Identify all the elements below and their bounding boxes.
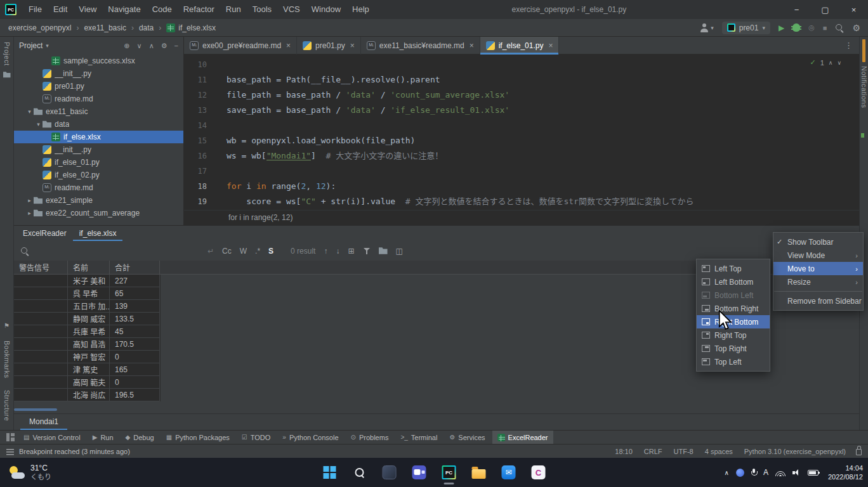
- menu-edit[interactable]: Edit: [48, 0, 73, 19]
- minimize-button[interactable]: −: [782, 0, 811, 19]
- taskbar-icon-search[interactable]: [347, 460, 372, 485]
- coverage-button[interactable]: ◎: [808, 23, 815, 32]
- search-option-highlight[interactable]: S: [268, 247, 273, 256]
- menu-code[interactable]: Code: [147, 0, 178, 19]
- toolwindow-tab-excelreader[interactable]: ExcelReader: [16, 226, 73, 241]
- hide-panel-icon[interactable]: −: [174, 42, 178, 50]
- panel-settings-icon[interactable]: ⚙: [161, 42, 168, 50]
- table-row[interactable]: 津 篤史165: [14, 363, 161, 376]
- tree-toggle-icon[interactable]: ▾: [25, 108, 34, 115]
- line-number[interactable]: 11: [184, 72, 207, 88]
- line-number[interactable]: 18: [184, 179, 207, 194]
- editor-tab-if-else-01-py[interactable]: if_else_01.py×: [480, 37, 560, 55]
- locate-file-icon[interactable]: ⊕: [124, 42, 129, 50]
- status-caret-position[interactable]: 18:10: [615, 448, 633, 455]
- tree-item-sample-success-xlsx[interactable]: sample_success.xlsx: [14, 55, 183, 67]
- battery-icon[interactable]: [808, 470, 819, 476]
- breadcrumb-item-exercise-openpyxl[interactable]: exercise_openpyxl: [5, 22, 74, 34]
- toolbar-button-run[interactable]: ▶Run: [88, 431, 119, 445]
- toolwindow-tab-if-else-xlsx[interactable]: if_else.xlsx: [73, 226, 123, 241]
- line-number[interactable]: 12: [184, 88, 207, 103]
- line-number[interactable]: 13: [184, 103, 207, 118]
- volume-icon[interactable]: [792, 469, 801, 476]
- tree-item-data[interactable]: ▾data: [14, 118, 183, 131]
- ime-indicator[interactable]: A: [763, 468, 768, 477]
- line-number[interactable]: 14: [184, 118, 207, 133]
- menu-vcs[interactable]: VCS: [277, 0, 306, 19]
- taskbar-clock[interactable]: 14:04 2022/08/12: [828, 464, 863, 482]
- close-tab-icon[interactable]: ×: [470, 41, 474, 50]
- search-option-regex[interactable]: .*: [255, 247, 260, 256]
- microphone-icon[interactable]: [751, 469, 756, 477]
- close-button[interactable]: ×: [839, 0, 868, 19]
- close-tab-icon[interactable]: ×: [350, 41, 355, 50]
- context-menu-item-resize[interactable]: Resize›: [773, 275, 863, 289]
- hidden-icons-chevron[interactable]: ∧: [725, 469, 729, 476]
- breadcrumb-item-data[interactable]: data: [136, 22, 157, 34]
- submenu-item-left-top[interactable]: Left Top: [697, 262, 770, 275]
- toolbar-button-debug[interactable]: ◆Debug: [121, 431, 159, 445]
- submenu-item-top-left[interactable]: Top Left: [697, 355, 770, 368]
- tree-item-readme-md[interactable]: readme.md: [14, 93, 183, 105]
- context-menu-item-remove-from-sidebar[interactable]: Remove from Sidebar: [773, 294, 863, 308]
- menu-view[interactable]: View: [73, 0, 102, 19]
- tree-item-if-else-01-py[interactable]: if_else_01.py: [14, 156, 183, 169]
- menu-tools[interactable]: Tools: [247, 0, 277, 19]
- context-menu-item-move-to[interactable]: Move to›: [773, 262, 863, 275]
- code-editor[interactable]: 1011base_path = Path(__file__).resolve()…: [184, 55, 859, 210]
- run-button[interactable]: ▶: [779, 23, 784, 32]
- stop-button[interactable]: ■: [823, 24, 827, 32]
- toolbar-button-version-control[interactable]: ▤Version Control: [18, 431, 86, 445]
- breadcrumb-item-exe11-basic[interactable]: exe11_basic: [81, 22, 129, 34]
- submenu-item-right-top[interactable]: Right Top: [697, 328, 770, 342]
- tree-item-init-py[interactable]: __init__.py: [14, 67, 183, 80]
- expand-all-icon[interactable]: ∨: [137, 42, 142, 50]
- toolwindow-switcher-icon[interactable]: [6, 433, 15, 441]
- search-option-words[interactable]: W: [240, 247, 247, 256]
- taskbar-icon-start[interactable]: [317, 460, 343, 485]
- line-number[interactable]: 19: [184, 194, 207, 209]
- filter-icon[interactable]: [363, 247, 371, 255]
- menu-refactor[interactable]: Refactor: [178, 0, 220, 19]
- bookmarks-stripe-button[interactable]: Bookmarks: [3, 341, 11, 379]
- collaboration-button[interactable]: ▾: [700, 23, 714, 32]
- close-tab-icon[interactable]: ×: [286, 41, 291, 50]
- menu-file[interactable]: File: [23, 0, 48, 19]
- editor-tab-pre01-py[interactable]: pre01.py×: [297, 37, 361, 55]
- status-line-separator[interactable]: CRLF: [644, 448, 662, 455]
- tree-toggle-icon[interactable]: ▾: [34, 121, 43, 127]
- table-row[interactable]: 神戸 智宏0: [14, 351, 161, 363]
- taskbar-icon-widgets[interactable]: [377, 460, 402, 485]
- structure-stripe-button[interactable]: Structure: [3, 390, 11, 421]
- column-header-1[interactable]: 名前: [68, 261, 110, 274]
- split-panel-icon[interactable]: ◫: [396, 247, 403, 256]
- menu-window[interactable]: Window: [306, 0, 346, 19]
- tree-item-exe21-simple[interactable]: ▸exe21_simple: [14, 194, 183, 207]
- tree-item-exe22-count-sum-average[interactable]: ▸exe22_count_sum_average: [14, 207, 183, 219]
- search-option-newline[interactable]: ↵: [207, 247, 214, 256]
- menu-navigate[interactable]: Navigate: [102, 0, 146, 19]
- tree-toggle-icon[interactable]: ▸: [25, 197, 34, 204]
- table-row[interactable]: 静岡 威宏133.5: [14, 313, 161, 325]
- line-number[interactable]: 10: [184, 57, 207, 72]
- maximize-button[interactable]: ▢: [811, 0, 839, 19]
- search-everywhere-icon[interactable]: [835, 23, 844, 32]
- search-option-match-case[interactable]: Cc: [222, 247, 232, 256]
- prev-problem-icon[interactable]: ∧: [829, 60, 833, 66]
- tree-toggle-icon[interactable]: ▸: [25, 210, 34, 216]
- context-menu-item-show-toolbar[interactable]: ✓Show Toolbar: [773, 235, 863, 249]
- status-indent[interactable]: 4 spaces: [705, 448, 733, 455]
- context-menu-item-view-mode[interactable]: View Mode›: [773, 249, 863, 262]
- taskbar-icon-pycharm[interactable]: [437, 460, 462, 485]
- column-header-0[interactable]: 警告信号: [14, 261, 68, 274]
- editor-tab-exe00-pre-readme-md[interactable]: exe00_pre¥readme.md×: [184, 37, 297, 55]
- toolbar-button-python-packages[interactable]: ▦Python Packages: [161, 431, 235, 445]
- line-number[interactable]: 16: [184, 148, 207, 164]
- sheet-tab-mondai1[interactable]: Mondai1: [20, 415, 67, 430]
- previous-occurrence-icon[interactable]: ↑: [324, 247, 327, 256]
- line-number[interactable]: 17: [184, 164, 207, 179]
- tree-item-pre01-py[interactable]: pre01.py: [14, 80, 183, 93]
- table-row[interactable]: 呉 早希65: [14, 287, 161, 300]
- menu-run[interactable]: Run: [220, 0, 247, 19]
- select-all-occurrences-icon[interactable]: ⊞: [348, 247, 354, 256]
